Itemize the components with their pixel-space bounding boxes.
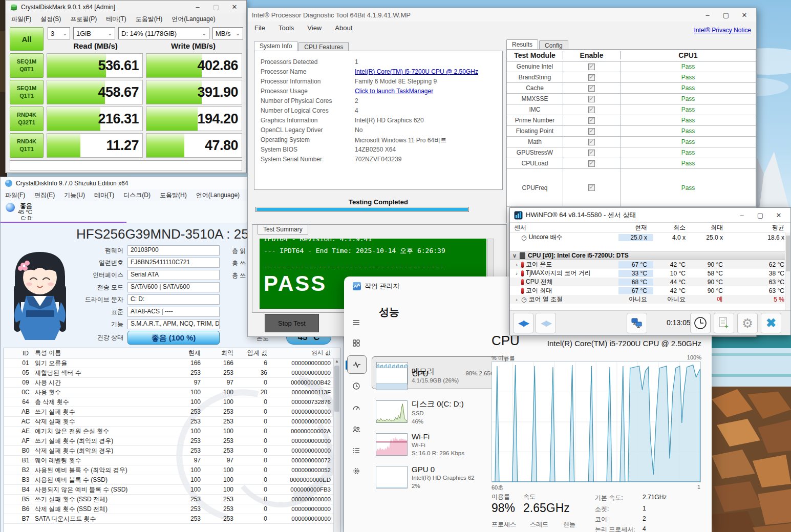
chevron-down-icon[interactable]: ∨ [512,252,517,259]
test-type-button[interactable]: SEQ1M Q1T1 [10,80,44,104]
list-item-memory[interactable]: 메모리 4.1/15.9GB (26%) [372,363,506,395]
test-count-select[interactable]: 3⌄ [48,27,70,39]
maximize-button[interactable]: ▢ [718,11,734,19]
all-test-button[interactable]: All [10,27,44,51]
menu-item[interactable]: View [301,23,328,33]
smart-row[interactable]: B4 사용되지 않은 예비 블록 수 (SSD) 100 100 0 00000… [4,485,340,495]
hwinfo-titlebar[interactable]: HWiNFO® 64 v8.14-5580 - 센서 상태 – ▢ ✕ [510,208,790,222]
test-type-button[interactable]: RND4K Q1T1 [10,133,44,158]
smart-row[interactable]: AE 예기치 않은 전원 손실 횟수 100 100 0 00000000002… [4,427,340,436]
health-status-button[interactable]: 좋음 (100 %) [127,331,220,345]
smart-row[interactable]: AB 쓰기 실패 횟수 253 253 0 000000000000 [4,407,340,417]
menu-item[interactable]: 기능(U) [59,189,90,201]
scroll-up-icon[interactable]: ▲ [334,359,340,364]
menu-item[interactable]: Tools [272,23,301,33]
test-size-select[interactable]: 1GiB⌄ [73,27,115,39]
collapse-columns-button[interactable]: ◀▶ [536,313,556,333]
checkbox-checked-icon[interactable] [588,150,595,156]
expand-columns-button[interactable]: ◀▶ [513,313,533,333]
unit-select[interactable]: MB/s⌄ [212,27,243,39]
menu-item[interactable]: 도움말(H) [155,189,191,201]
close-button[interactable]: ✕ [737,11,752,19]
sidebar-item-app-history[interactable] [344,377,369,395]
menu-item[interactable]: 테마(T) [101,13,131,25]
minimize-button[interactable]: – [700,11,715,19]
close-button[interactable]: ✕ [771,211,786,219]
maximize-button[interactable]: ▢ [753,211,768,219]
smart-row[interactable]: B5 쓰기 실패 횟수 (SSD 전체) 253 253 0 000000000… [4,495,340,504]
menu-item[interactable]: 편집(E) [30,189,59,201]
sensor-row-uncore[interactable]: ◷Uncore 배수 25.0 x 4.0 x 25.0 x 18.6 x [510,233,790,242]
close-sensors-button[interactable]: ✖ [761,313,781,333]
smart-row[interactable]: B6 삭제 실패 횟수 (SSD 전체) 253 253 0 000000000… [4,504,340,514]
checkbox-checked-icon[interactable] [588,63,595,70]
smart-row[interactable]: B2 사용된 예비 블록 수 (최악의 경우) 100 100 0 000000… [4,465,340,475]
menu-item[interactable]: File [248,23,272,33]
menu-item[interactable]: 프로필(P) [66,13,101,25]
clock-button[interactable] [690,313,711,333]
menu-item[interactable]: 파일(F) [7,13,36,25]
sidebar-item-startup-apps[interactable] [344,398,369,417]
chevron-right-icon[interactable]: › [514,296,519,303]
sensor-row[interactable]: ›TjMAX까지의 코어 거리 33 °C 10 °C 58 °C 38 °C [510,269,790,278]
checkbox-checked-icon[interactable] [588,85,595,92]
target-drive-select[interactable]: D: 14% (11/78GiB)⌄ [118,27,209,39]
remote-monitoring-button[interactable] [627,313,647,333]
list-item-gpu[interactable]: GPU 0 Intel(R) HD Graphics 62 2% [372,461,506,494]
smart-row[interactable]: 01 읽기 오류율 166 166 6 000000000000 [4,358,340,368]
sidebar-item-details[interactable] [344,441,369,460]
checkbox-checked-icon[interactable] [588,139,595,145]
tab-test-summary[interactable]: Test Summary [258,224,308,235]
checkbox-checked-icon[interactable] [588,74,595,81]
sensor-row[interactable]: 코어 최대 67 °C 42 °C 90 °C 63 °C [510,286,790,295]
checkbox-checked-icon[interactable] [588,184,595,191]
menu-item[interactable]: 설정(S) [36,13,66,25]
checkbox-checked-icon[interactable] [588,128,595,135]
menu-item[interactable]: About [328,23,359,33]
smart-row[interactable]: 09 사용 시간 97 97 0 000000000B42 [4,378,340,388]
smart-table-scrollbar[interactable]: ▲ [333,358,340,532]
sensor-row-thermal-throttling[interactable]: ›◷코어 열 조절 아니요 아니요 예 5 % [510,295,790,304]
smart-row[interactable]: AC 삭제 실패 횟수 253 253 0 000000000000 [4,417,340,427]
stop-test-button[interactable]: Stop Test [265,314,319,332]
checkbox-checked-icon[interactable] [588,107,595,113]
sidebar-item-processes[interactable] [344,334,369,352]
checkbox-checked-icon[interactable] [588,117,595,124]
smart-row[interactable]: B1 웨어 레벨링 횟수 97 97 0 000000000072 [4,456,340,465]
ipdt-titlebar[interactable]: Intel® Processor Diagnostic Tool 64Bit 4… [248,8,756,22]
privacy-notice-link[interactable]: Intel® Privacy Notice [694,27,751,34]
smart-row[interactable]: AF 쓰기 실패 횟수 (최악의 경우) 253 253 0 000000000… [4,436,340,446]
sidebar-item-services[interactable] [344,462,369,480]
menu-item[interactable]: 언어(Language) [167,13,220,25]
chevron-right-icon[interactable]: › [514,270,519,276]
close-button[interactable]: ✕ [227,3,242,11]
sidebar-item-users[interactable] [344,420,369,438]
smart-row[interactable]: 05 재할당된 섹터 수 253 253 36 000000000000 [4,368,340,378]
sidebar-item-performance[interactable] [347,355,367,374]
smart-row[interactable]: B0 삭제 실패 횟수 (최악의 경우) 253 253 0 000000000… [4,446,340,456]
checkbox-checked-icon[interactable] [588,96,595,102]
menu-item[interactable]: 도움말(H) [131,13,167,25]
minimize-button[interactable]: – [734,211,750,219]
hamburger-menu-icon[interactable] [344,313,369,332]
settings-button[interactable]: ⚙ [737,313,758,333]
cdm-titlebar[interactable]: CrystalDiskMark 9.0.1 x64 [Admin] – ▢ ✕ [6,1,246,13]
sensor-scrollbar[interactable] [785,232,790,310]
smart-row[interactable]: 0C 사용 횟수 100 100 20 00000000113F [4,388,340,397]
menu-item[interactable]: 언어(Language) [191,189,244,201]
menu-item[interactable]: 테마(T) [90,189,119,201]
smart-row[interactable]: 64 총 삭제 횟수 100 100 0 000000732876 [4,397,340,407]
test-type-button[interactable]: SEQ1M Q8T1 [10,53,44,78]
maximize-button[interactable]: ▢ [208,3,224,11]
smart-row[interactable]: B3 사용된 예비 블록 수 (SSD) 100 100 0 000000000… [4,475,340,485]
menu-item[interactable]: 디스크(D) [119,189,155,201]
cpu-sensor-section-header[interactable]: ∨ CPU [#0]: Intel Core i5-7200U: DTS [510,251,790,260]
smart-row[interactable]: B7 SATA 다운시프트 횟수 253 253 0 000000000000 [4,514,340,524]
report-button[interactable]: + [714,313,734,333]
test-type-button[interactable]: RND4K Q32T1 [10,107,44,131]
chevron-right-icon[interactable]: › [514,262,519,268]
scrollbar-thumb[interactable] [786,236,790,271]
menu-item[interactable]: 파일(F) [1,189,30,201]
list-item-disk[interactable]: 디스크 0(C: D:) SSD 46% [372,395,506,428]
scrollbar-thumb[interactable] [334,366,339,412]
